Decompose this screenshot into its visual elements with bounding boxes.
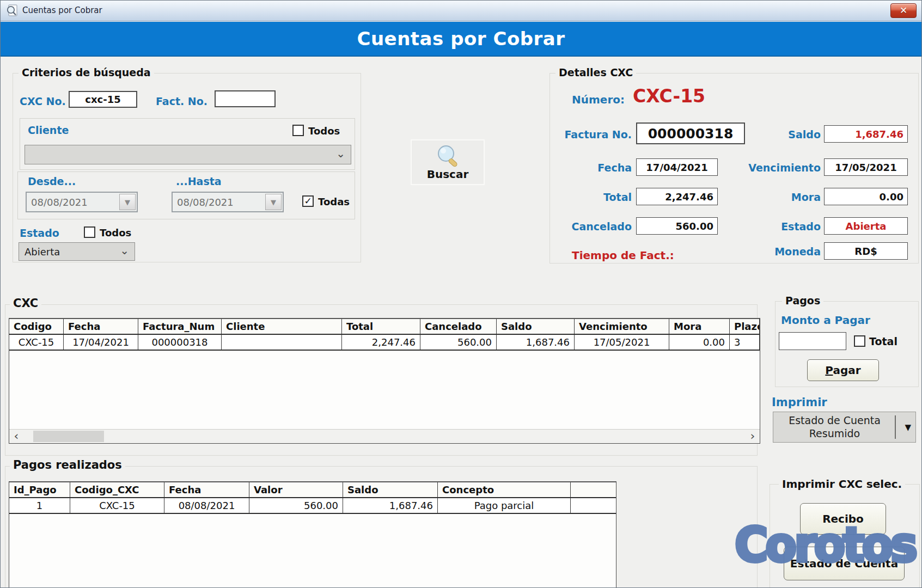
pago-total-checkbox[interactable]: [854, 335, 865, 347]
scroll-left-icon[interactable]: ‹: [10, 430, 22, 444]
pagos-realizados-header-row: Id_Pago Codigo_CXC Fecha Valor Saldo Con…: [9, 482, 616, 498]
monto-a-pagar-label: Monto a Pagar: [781, 314, 870, 327]
table-cell[interactable]: 3: [730, 335, 760, 350]
fecha-input[interactable]: 17/04/2021: [636, 158, 718, 176]
cliente-combobox[interactable]: ⌄: [25, 145, 351, 164]
fecha-label: Fecha: [550, 162, 632, 174]
column-header[interactable]: Codigo_CXC: [70, 482, 164, 497]
column-header[interactable]: Codigo: [9, 319, 64, 334]
monto-a-pagar-input[interactable]: [779, 332, 846, 350]
table-cell[interactable]: [222, 335, 342, 350]
table-cell[interactable]: 560.00: [420, 335, 497, 350]
estado-de-cuenta-button[interactable]: Estado de Cuenta: [784, 547, 905, 580]
column-header[interactable]: Mora: [669, 319, 730, 334]
column-header[interactable]: Valor: [249, 482, 343, 497]
buscar-button-label: Buscar: [412, 168, 484, 181]
app-magnifier-icon: [5, 4, 19, 19]
estado-combobox-value: Abierta: [25, 246, 60, 258]
column-header[interactable]: Fecha: [164, 482, 249, 497]
chevron-down-icon: ⌄: [336, 147, 345, 160]
column-header[interactable]: Factura_Num: [138, 319, 222, 334]
pagos-group-title: Pagos: [782, 295, 823, 307]
close-icon: ✕: [900, 5, 907, 16]
table-cell[interactable]: 560.00: [249, 498, 343, 513]
column-header[interactable]: Cliente: [222, 319, 342, 334]
cxc-grid: Codigo Fecha Factura_Num Cliente Total C…: [9, 318, 760, 444]
table-cell[interactable]: 1,687.46: [497, 335, 575, 350]
total-input[interactable]: 2,247.46: [636, 188, 718, 205]
table-cell[interactable]: 17/04/2021: [64, 335, 138, 350]
column-header[interactable]: Saldo: [343, 482, 438, 497]
table-cell[interactable]: CXC-15: [9, 335, 64, 350]
table-cell[interactable]: 1,687.46: [343, 498, 438, 513]
cxc-no-input[interactable]: cxc-15: [69, 91, 137, 108]
column-header[interactable]: Vencimiento: [575, 319, 669, 334]
app-window: Cuentas por Cobrar ✕ Cuentas por Cobrar …: [0, 0, 922, 588]
column-header[interactable]: Cancelado: [420, 319, 497, 334]
scrollbar-thumb[interactable]: [33, 431, 104, 442]
pagar-button[interactable]: Pagar: [807, 359, 879, 381]
table-cell[interactable]: 000000318: [138, 335, 222, 350]
dropdown-separator: [895, 415, 896, 439]
vencimiento-input[interactable]: 17/05/2021: [824, 158, 908, 176]
scroll-right-icon[interactable]: ›: [747, 430, 759, 444]
fact-no-input[interactable]: [215, 90, 276, 107]
estado-de-cuenta-button-label: Estado de Cuenta: [790, 557, 898, 570]
column-header[interactable]: Plazo: [730, 319, 760, 334]
recibo-button[interactable]: Recibo: [800, 503, 886, 535]
pagos-realizados-title: Pagos realizados: [10, 458, 125, 471]
saldo-label: Saldo: [735, 128, 821, 140]
estado-label: Estado: [20, 227, 59, 239]
moneda-input[interactable]: RD$: [824, 242, 908, 260]
title-bar: Cuentas por Cobrar ✕: [1, 1, 921, 21]
cxc-no-label: CXC No.: [20, 95, 66, 107]
table-cell[interactable]: 08/08/2021: [164, 498, 249, 513]
search-criteria-group: Criterios de búsqueda CXC No. cxc-15 Fac…: [13, 73, 361, 262]
imprimir-dropdown[interactable]: Estado de Cuenta Resumido ▼: [773, 412, 916, 443]
imprimir-cxc-title: Imprimir CXC selec.: [779, 477, 905, 491]
mora-label: Mora: [735, 191, 821, 203]
cancelado-input[interactable]: 560.00: [636, 217, 718, 235]
recibo-button-label: Recibo: [822, 512, 864, 525]
date-dropdown-icon[interactable]: ▼: [119, 194, 136, 210]
factura-input[interactable]: 000000318: [636, 122, 745, 144]
close-button[interactable]: ✕: [890, 3, 917, 18]
pagos-realizados-row[interactable]: 1 CXC-15 08/08/2021 560.00 1,687.46 Pago…: [9, 498, 616, 514]
hasta-datepicker[interactable]: 08/08/2021 ▼: [172, 192, 284, 212]
search-criteria-title: Criterios de búsqueda: [19, 66, 154, 78]
cliente-panel: Cliente Todos ⌄: [20, 118, 355, 170]
cliente-todos-checkbox[interactable]: [292, 125, 304, 136]
pagos-group: Pagos Monto a Pagar Total Pagar: [775, 301, 919, 387]
buscar-button[interactable]: Buscar: [411, 139, 485, 185]
table-cell[interactable]: 17/05/2021: [575, 335, 669, 350]
todas-checkbox[interactable]: ✓: [302, 195, 314, 207]
window-title: Cuentas por Cobrar: [22, 5, 102, 15]
cxc-table-row[interactable]: CXC-15 17/04/2021 000000318 2,247.46 560…: [9, 335, 760, 351]
estado-detail-label: Estado: [735, 220, 821, 232]
estado-todos-checkbox[interactable]: [84, 226, 95, 238]
desde-datepicker[interactable]: 08/08/2021 ▼: [26, 192, 138, 212]
dropdown-arrow-icon[interactable]: ▼: [905, 422, 911, 432]
cxc-group-title: CXC: [10, 297, 41, 310]
date-dropdown-icon[interactable]: ▼: [265, 194, 282, 210]
estado-detail-input[interactable]: Abierta: [824, 217, 908, 235]
fact-no-label: Fact. No.: [156, 95, 207, 107]
column-header[interactable]: Saldo: [497, 319, 575, 334]
numero-label: Número:: [572, 93, 625, 106]
column-header[interactable]: Id_Pago: [9, 482, 70, 497]
table-cell[interactable]: Pago parcial: [438, 498, 571, 513]
column-header[interactable]: Total: [342, 319, 420, 334]
table-cell[interactable]: CXC-15: [70, 498, 164, 513]
column-header[interactable]: Concepto: [438, 482, 571, 497]
desde-label: Desde...: [28, 175, 76, 187]
saldo-input[interactable]: 1,687.46: [824, 125, 908, 143]
details-group: Detalles CXC Número: CXC-15 Factura No. …: [549, 73, 919, 264]
column-header[interactable]: Fecha: [64, 319, 138, 334]
page-header: Cuentas por Cobrar: [1, 22, 921, 57]
estado-combobox[interactable]: Abierta ⌄: [19, 242, 135, 261]
cxc-horizontal-scrollbar[interactable]: ‹ ›: [9, 429, 760, 443]
table-cell[interactable]: 2,247.46: [342, 335, 420, 350]
table-cell[interactable]: 0.00: [669, 335, 730, 350]
table-cell[interactable]: 1: [9, 498, 70, 513]
mora-input[interactable]: 0.00: [824, 188, 908, 205]
